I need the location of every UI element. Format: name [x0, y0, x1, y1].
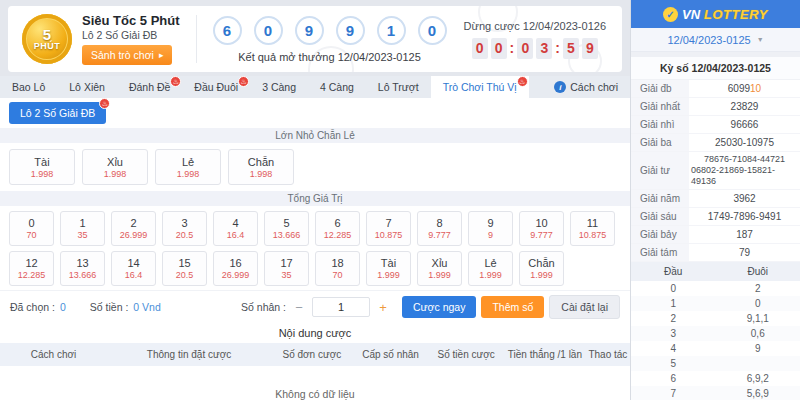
total-value-row: 1212.2851313.6661416.41520.51626.9991735… — [9, 251, 621, 286]
bet-cell-label: 0 — [28, 217, 34, 229]
dau-duoi-row: 75,6,9 — [631, 386, 800, 400]
dau-value: 7 — [631, 388, 716, 399]
logo-check-icon: ✓ — [663, 7, 678, 22]
dau-duoi-column: Đuôi — [716, 266, 800, 277]
bet-cell[interactable]: 416.4 — [213, 211, 258, 246]
main-panel: 5 PHÚT Siêu Tốc 5 Phút Lô 2 Số Giải ĐB S… — [0, 0, 630, 400]
bet-cell[interactable]: 513.666 — [264, 211, 309, 246]
game-mode-button[interactable]: Lô 2 Số Giải ĐB ♨ — [9, 102, 106, 124]
bet-cell[interactable]: 612.285 — [315, 211, 360, 246]
tab-6[interactable]: Lô Trượt — [366, 76, 431, 98]
add-number-button[interactable]: Thêm số — [481, 296, 544, 318]
prize-label: Giải năm — [631, 190, 689, 207]
result-caption: Kết quả mở thưởng 12/04/2023-0125 — [238, 51, 421, 63]
bet-table-column: Cấp số nhân — [353, 349, 429, 360]
reset-button[interactable]: Cài đặt lại — [549, 295, 620, 319]
bet-cell[interactable]: 1110.875 — [570, 211, 615, 246]
bet-cell[interactable]: 1870 — [315, 251, 360, 286]
bet-cell-label: 10 — [535, 217, 547, 229]
bet-cell[interactable]: 1416.4 — [111, 251, 156, 286]
bet-cell[interactable]: 710.875 — [366, 211, 411, 246]
prize-label: Giải sáu — [631, 208, 689, 225]
minus-button[interactable]: − — [291, 300, 307, 315]
game-subtitle: Lô 2 Số Giải ĐB — [82, 29, 180, 41]
result-block: 609910 Kết quả mở thưởng 12/04/2023-0125 — [213, 16, 447, 63]
bet-cell-label: 4 — [232, 217, 238, 229]
how-to-play[interactable]: i Cách chơi — [554, 76, 630, 98]
bet-cell[interactable]: Chẵn1.999 — [519, 251, 564, 286]
bet-cell[interactable]: Chẵn1.998 — [228, 149, 294, 185]
bet-cell[interactable]: Lẻ1.999 — [468, 251, 513, 286]
bet-cell[interactable]: 1735 — [264, 251, 309, 286]
hot-badge-icon: ♨ — [99, 98, 110, 109]
bet-cell[interactable]: Xỉu1.999 — [417, 251, 462, 286]
bet-table-title: Nội dung cược — [0, 323, 630, 343]
tab-1[interactable]: Lô Xiên — [57, 76, 117, 98]
prize-value: 25030-10975 — [689, 134, 800, 151]
prize-number: 23829 — [731, 101, 759, 113]
bet-cell-label: 7 — [385, 217, 391, 229]
bet-cell[interactable]: Tài1.998 — [9, 149, 75, 185]
bet-cell[interactable]: Lẻ1.998 — [155, 149, 221, 185]
bet-cell[interactable]: 89.777 — [417, 211, 462, 246]
bet-cell-odds: 70 — [332, 270, 342, 280]
game-mode-label: Lô 2 Số Giải ĐB — [20, 107, 95, 119]
bet-table-column: Cách chơi — [0, 349, 107, 360]
bet-cell-odds: 1.999 — [530, 270, 553, 280]
bet-cell[interactable]: 135 — [60, 211, 105, 246]
tab-2[interactable]: Đánh Đề♨ — [117, 76, 182, 98]
bet-cell[interactable]: 1212.285 — [9, 251, 54, 286]
prize-number-main: 3962 — [733, 193, 755, 204]
tab-3[interactable]: Đầu Đuôi♨ — [182, 76, 250, 98]
bet-cell[interactable]: 1626.999 — [213, 251, 258, 286]
lobby-button-label: Sảnh trò chơi — [91, 49, 154, 61]
bet-cell[interactable]: Tài1.999 — [366, 251, 411, 286]
prize-value: 23829 — [689, 98, 800, 115]
bet-cell-odds: 26.999 — [222, 270, 250, 280]
tab-5[interactable]: 4 Càng — [308, 76, 366, 98]
bet-cell-label: Xỉu — [432, 257, 448, 269]
plus-button[interactable]: + — [375, 300, 391, 315]
arrow-right-icon: ▸ — [159, 50, 164, 60]
countdown-digit: 0 — [491, 38, 507, 59]
prize-number-main: 79 — [739, 247, 750, 258]
dau-duoi-row: 66,9,2 — [631, 371, 800, 386]
bet-cell-odds: 1.999 — [377, 270, 400, 280]
bet-cell-label: 13 — [76, 257, 88, 269]
bet-cell-label: Chẵn — [528, 257, 554, 269]
result-digit: 1 — [377, 16, 406, 45]
lobby-button[interactable]: Sảnh trò chơi ▸ — [82, 45, 172, 65]
prize-label: Giải tư — [631, 152, 689, 189]
tab-0[interactable]: Bao Lô — [0, 76, 57, 98]
bet-cell[interactable]: 070 — [9, 211, 54, 246]
amount-value: 0 Vnd — [133, 301, 160, 313]
logo-lottery: LOTTERY — [704, 7, 768, 22]
bet-cell[interactable]: Xỉu1.998 — [82, 149, 148, 185]
multiplier-input[interactable] — [312, 297, 370, 317]
bet-cell[interactable]: 320.5 — [162, 211, 207, 246]
bet-now-button[interactable]: Cược ngay — [402, 296, 476, 318]
prize-row: Giải tám79 — [631, 244, 800, 262]
chosen-label: Đã chọn : — [10, 301, 55, 313]
result-digit: 9 — [336, 16, 365, 45]
bet-cell[interactable]: 1313.666 — [60, 251, 105, 286]
draw-date-select[interactable]: 12/04/2023-0125 ▼ — [631, 28, 800, 52]
bet-cell-label: 2 — [130, 217, 136, 229]
sub-nav: Lô 2 Số Giải ĐB ♨ — [0, 98, 630, 128]
bet-cell[interactable]: 226.999 — [111, 211, 156, 246]
prize-number-main: 6099 — [728, 83, 750, 94]
bet-cell[interactable]: 99 — [468, 211, 513, 246]
bet-cell-odds: 12.285 — [324, 230, 352, 240]
prize-number-main: 96666 — [731, 119, 759, 130]
brand-logo: ✓ VN LOTTERY — [631, 0, 800, 28]
tab-7[interactable]: Trò Chơi Thú Vị♨ — [431, 76, 529, 98]
countdown-timer: 00:03:59 — [472, 38, 598, 59]
tab-4[interactable]: 3 Càng — [250, 76, 308, 98]
bet-cell-odds: 1.998 — [250, 169, 273, 179]
bet-cell[interactable]: 1520.5 — [162, 251, 207, 286]
bet-cell[interactable]: 109.777 — [519, 211, 564, 246]
bet-cell-odds: 9.777 — [428, 230, 451, 240]
duoi-value: 0,6 — [716, 328, 800, 339]
countdown-digit: 5 — [563, 38, 579, 59]
prize-number: 96666 — [731, 119, 759, 131]
